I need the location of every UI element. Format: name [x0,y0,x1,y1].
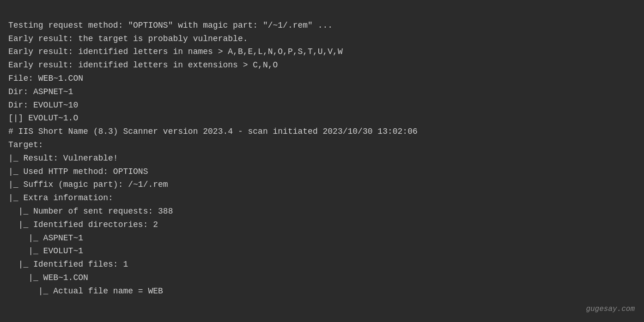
terminal-line: Dir: ASPNET~1 [8,85,636,99]
terminal-line: Early result: identified letters in name… [8,45,636,59]
terminal-line: |_ Identified files: 1 [8,258,636,271]
watermark: gugesay.com [586,304,635,316]
terminal-line: |_ Actual file name = WEB [8,285,636,298]
terminal-line: |_ Result: Vulnerable! [8,152,636,165]
terminal-line: |_ Used HTTP method: OPTIONS [8,165,636,179]
terminal-line: Early result: the target is probably vul… [8,32,636,46]
terminal-line: |_ Number of sent requests: 388 [8,205,636,218]
terminal-line: |_ EVOLUT~1 [8,244,636,258]
terminal-line: |_ Extra information: [8,191,636,205]
terminal-line: |_ Suffix (magic part): /~1/.rem [8,178,636,191]
terminal-line: |_ WEB~1.CON [8,271,636,285]
terminal-line: [|] EVOLUT~1.O [8,112,636,125]
terminal-line: Target: [8,138,636,152]
terminal-output: Testing request method: "OPTIONS" with m… [8,6,636,298]
terminal-line: Testing request method: "OPTIONS" with m… [8,19,636,32]
terminal-line: |_ ASPNET~1 [8,232,636,245]
terminal-line: Dir: EVOLUT~10 [8,99,636,112]
terminal-line: Early result: identified letters in exte… [8,59,636,72]
terminal-line: |_ Identified directories: 2 [8,218,636,232]
terminal-line: # IIS Short Name (8.3) Scanner version 2… [8,125,636,138]
terminal-line: File: WEB~1.CON [8,72,636,85]
